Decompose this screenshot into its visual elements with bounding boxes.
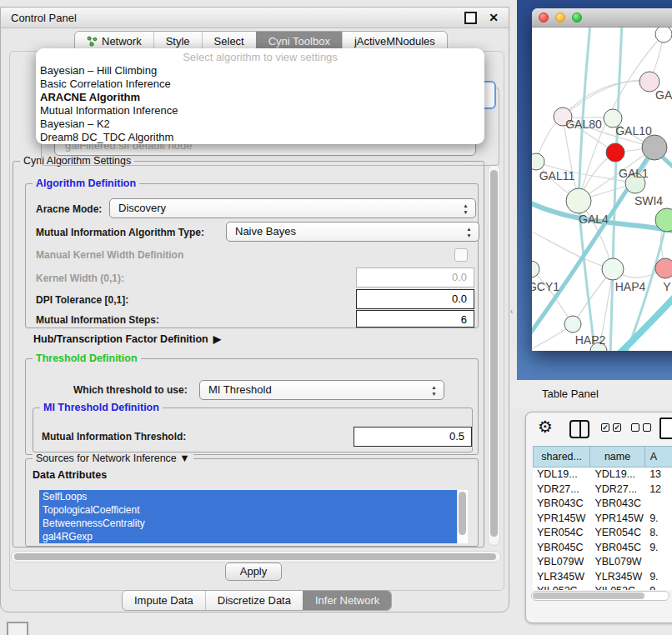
checked-pair-icon[interactable]: ✓✓: [601, 423, 621, 432]
node-label: GAL80: [565, 118, 602, 131]
column-header-a[interactable]: A: [645, 446, 672, 468]
table-panel-title: Table Panel: [510, 380, 672, 408]
attribute-item-betweennesscentrality[interactable]: BetweennessCentrality: [39, 517, 468, 530]
network-view-window: GALGAL80GAL10GAL1GAL11GAL4SWI4GCY1HAP4YH…: [532, 8, 672, 350]
network-canvas[interactable]: GALGAL80GAL10GAL1GAL11GAL4SWI4GCY1HAP4YH…: [532, 28, 672, 351]
control-panel-titlebar: Control Panel ✕: [1, 8, 509, 28]
column-header-name[interactable]: name: [590, 446, 645, 468]
kernel-width-label: Kernel Width (0,1):: [36, 272, 124, 284]
threshold-definition-title: Threshold Definition: [33, 352, 141, 365]
table-horizontal-scrollbar[interactable]: [531, 591, 669, 601]
network-node[interactable]: [655, 28, 672, 42]
close-icon[interactable]: ✕: [489, 12, 499, 23]
cyni-bottom-tabbar: Impute DataDiscretize DataInfer Network: [122, 590, 392, 611]
table-row[interactable]: YLR345WYLR345W9.: [533, 570, 672, 585]
tab-discretize-data[interactable]: Discretize Data: [205, 591, 303, 610]
list-scrollbar[interactable]: [457, 490, 468, 543]
mi-type-label: Mutual Information Algorithm Type:: [36, 227, 204, 238]
combo-arrows-icon: ▲▼: [465, 226, 473, 238]
table-row[interactable]: YPR145WYPR145W9.: [533, 512, 672, 527]
network-node[interactable]: [532, 261, 539, 278]
algorithm-item-mutual-information-inference[interactable]: Mutual Information Inference: [36, 104, 484, 118]
gear-icon[interactable]: ⚙: [538, 418, 553, 436]
mi-steps-field[interactable]: 6: [356, 310, 474, 328]
algorithm-item-aracne-algorithm[interactable]: ARACNE Algorithm: [36, 91, 484, 104]
scrollbar-thumb[interactable]: [459, 492, 466, 535]
column-header-shared[interactable]: shared...: [533, 446, 590, 468]
table-row[interactable]: YBR045CYBR045C9.: [533, 541, 672, 556]
expander-arrow-icon: ▶: [213, 333, 221, 345]
close-traffic-light[interactable]: [539, 12, 549, 22]
network-node[interactable]: [606, 143, 624, 162]
columns-icon[interactable]: [569, 420, 589, 438]
scrollbar-thumb[interactable]: [533, 592, 644, 599]
which-threshold-select[interactable]: MI Threshold ▲▼: [199, 380, 444, 400]
network-node[interactable]: [655, 258, 672, 278]
aracne-mode-label: Aracne Mode:: [36, 203, 102, 215]
manual-kernel-label: Manual Kernel Width Definition: [36, 249, 183, 261]
tab-infer-network[interactable]: Infer Network: [303, 591, 391, 610]
hub-transcription-expander[interactable]: Hub/Transcription Factor Definition▶: [33, 333, 221, 345]
data-attributes-list: SelfLoopsTopologicalCoefficientBetweenne…: [39, 490, 468, 543]
dpi-tolerance-field[interactable]: 0.0: [356, 289, 474, 309]
cyni-algorithm-settings-group: Cyni Algorithm Settings Algorithm Defini…: [13, 161, 484, 548]
algorithm-item-dream8-dc-tdc-algorithm[interactable]: Dream8 DC_TDC Algorithm: [36, 131, 484, 144]
network-window-titlebar[interactable]: [532, 8, 672, 28]
algorithm-definition-title: Algorithm Definition: [33, 178, 139, 190]
node-label: HAP2: [575, 333, 606, 347]
algorithm-definition-group: Algorithm Definition Aracne Mode: Discov…: [25, 183, 479, 328]
node-label: GCY1: [532, 280, 559, 293]
attribute-item-selfloops[interactable]: SelfLoops: [39, 490, 468, 503]
scrollbar-thumb[interactable]: [490, 170, 498, 537]
attribute-item-topologicalcoefficient[interactable]: TopologicalCoefficient: [39, 503, 468, 517]
table-row[interactable]: YER054CYER054C8.: [533, 526, 672, 541]
settings-vertical-scrollbar[interactable]: [488, 164, 500, 546]
algorithm-item-bayesian-k2[interactable]: Bayesian – K2: [36, 118, 484, 131]
table-row[interactable]: YDL19...YDL19...13: [533, 468, 672, 482]
table-icon[interactable]: [659, 418, 672, 439]
mi-threshold-field[interactable]: 0.5: [354, 427, 472, 447]
table-row[interactable]: YIL052CYIL052C9.: [533, 584, 672, 590]
network-node[interactable]: [532, 153, 544, 170]
combo-arrows-icon: ▲▼: [462, 202, 469, 215]
node-label: GAL10: [615, 124, 652, 138]
algorithm-item-bayesian-hill-climbing[interactable]: Bayesian – Hill Climbing: [36, 64, 484, 78]
sources-title[interactable]: Sources for Network Inference ▼: [33, 452, 193, 465]
tab-impute-data[interactable]: Impute Data: [123, 591, 205, 610]
network-node[interactable]: [564, 316, 581, 332]
mi-threshold-label: Mutual Information Threshold:: [42, 431, 186, 442]
network-node[interactable]: [566, 188, 591, 213]
float-window-icon[interactable]: [464, 12, 477, 24]
network-desktop: GALGAL80GAL10GAL1GAL11GAL4SWI4GCY1HAP4YH…: [517, 0, 672, 380]
attribute-item-gal4rgexp[interactable]: gal4RGexp: [39, 530, 468, 543]
apply-button[interactable]: Apply: [225, 562, 282, 581]
splitter-arrow-icon[interactable]: ‹: [510, 307, 513, 316]
panel-title: Control Panel: [11, 12, 464, 24]
mi-threshold-group: MI Threshold Definition Mutual Informati…: [33, 408, 473, 452]
network-node[interactable]: [642, 135, 667, 160]
node-label: GAL11: [539, 169, 575, 182]
minimize-traffic-light[interactable]: [555, 12, 565, 22]
aracne-mode-select[interactable]: Discovery ▲▼: [109, 198, 476, 218]
network-node[interactable]: [602, 258, 624, 280]
algorithm-item-basic-correlation-inference[interactable]: Basic Correlation Inference: [36, 78, 484, 91]
unchecked-pair-icon[interactable]: [631, 423, 651, 432]
sources-group: Sources for Network Inference ▼ Data Att…: [25, 458, 479, 547]
table-row[interactable]: YBR043CYBR043C: [533, 497, 672, 512]
table-row[interactable]: YDR27...YDR27...12: [533, 482, 672, 498]
node-label: GAL4: [579, 212, 609, 226]
table-row[interactable]: YBL079WYBL079W: [533, 555, 672, 570]
kernel-width-field[interactable]: 0.0: [356, 268, 474, 288]
screen: Control Panel ✕ galFiltered.sif default …: [0, 0, 672, 635]
threshold-definition-group: Threshold Definition Which threshold to …: [25, 358, 479, 455]
mi-algorithm-type-select[interactable]: Naive Bayes ▲▼: [226, 222, 479, 242]
which-threshold-label: Which threshold to use:: [73, 384, 188, 396]
settings-horizontal-scrollbar[interactable]: [11, 551, 501, 562]
mi-steps-label: Mutual Information Steps:: [36, 314, 159, 326]
control-panel-window: Control Panel ✕ galFiltered.sif default …: [0, 7, 509, 612]
minimized-window-icon[interactable]: [7, 622, 28, 635]
zoom-traffic-light[interactable]: [572, 12, 582, 22]
scrollbar-thumb[interactable]: [14, 553, 496, 560]
manual-kernel-checkbox[interactable]: [454, 248, 468, 262]
combo-arrows-icon: ▲▼: [430, 384, 438, 397]
